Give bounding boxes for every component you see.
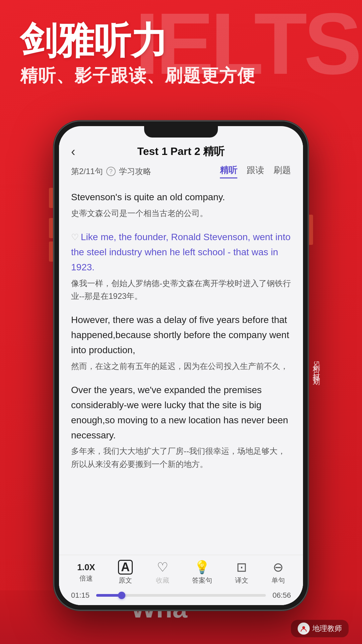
study-strategy-label[interactable]: 学习攻略 — [119, 166, 151, 177]
total-time: 06:56 — [273, 591, 291, 600]
help-icon[interactable]: ? — [106, 167, 116, 176]
geo-teacher-badge: 地理教师 — [291, 620, 349, 637]
nav-bar: ‹ Test 1 Part 2 精听 — [59, 138, 303, 162]
toolbar-speed[interactable]: 1.0X 倍速 — [77, 562, 95, 583]
content-area: Stevenson's is quite an old company. 史蒂文… — [59, 182, 303, 555]
sentence-2-cn: 像我一样，创始人罗纳德-史蒂文森在离开学校时进入了钢铁行业--那是在1923年。 — [71, 277, 291, 303]
sentence-2-en: ♡Like me, the founder, Ronald Stevenson,… — [71, 230, 291, 275]
heart-icon[interactable]: ♡ — [71, 230, 79, 245]
sentence-3-cn: 然而，在这之前有五年的延迟，因为在公司投入生产前不久， — [71, 360, 291, 373]
speed-icon: 1.0X — [77, 562, 95, 573]
tab-shuti[interactable]: 刷题 — [274, 164, 291, 178]
toolbar-answer[interactable]: 💡 答案句 — [192, 560, 212, 585]
phone-screen: ‹ Test 1 Part 2 精听 第2/11句 ? 学习攻略 精听 跟读 刷… — [59, 126, 303, 605]
translate-label: 译文 — [235, 576, 248, 585]
phone-notch — [144, 126, 218, 138]
right-side-text: 剑桥5日打卡计划 — [311, 358, 321, 373]
sub-nav-left: 第2/11句 ? 学习攻略 — [71, 166, 220, 177]
screen-content: ‹ Test 1 Part 2 精听 第2/11句 ? 学习攻略 精听 跟读 刷… — [59, 138, 303, 605]
toolbar-original[interactable]: A 原文 — [118, 560, 133, 585]
sentence-block-3: However, there was a delay of five years… — [71, 313, 291, 373]
tab-genddu[interactable]: 跟读 — [247, 164, 264, 178]
progress-area: 01:15 06:56 — [59, 588, 303, 605]
app-subtitle: 精听、影子跟读、刷题更方便 — [20, 64, 255, 88]
original-label: 原文 — [119, 576, 132, 585]
progress-track[interactable] — [96, 594, 266, 597]
toolbar-collect[interactable]: ♡ 收藏 — [156, 560, 169, 585]
sentence-count: 第2/11句 — [71, 166, 103, 177]
app-title: 剑雅听力 — [20, 20, 255, 61]
sub-nav: 第2/11句 ? 学习攻略 精听 跟读 刷题 — [59, 162, 303, 182]
collect-label: 收藏 — [156, 576, 169, 585]
sentence-block-4: Over the years, we've expanded the premi… — [71, 383, 291, 471]
original-icon: A — [118, 560, 133, 575]
answer-icon: 💡 — [194, 560, 210, 575]
nav-title: Test 1 Part 2 精听 — [137, 144, 225, 159]
collect-icon: ♡ — [157, 560, 168, 575]
sentence-4-cn: 多年来，我们大大地扩大了厂房--我们很幸运，场地足够大，所以从来没有必要搬到一个… — [71, 445, 291, 471]
progress-thumb[interactable] — [118, 592, 125, 599]
tab-jingting[interactable]: 精听 — [220, 164, 237, 178]
header-area: 剑雅听力 精听、影子跟读、刷题更方便 — [20, 20, 255, 88]
back-button[interactable]: ‹ — [71, 145, 75, 159]
sentence-4-en: Over the years, we've expanded the premi… — [71, 383, 291, 443]
geo-label: 地理教师 — [312, 624, 342, 634]
single-label: 单句 — [272, 576, 285, 585]
translate-icon: ⊡ — [236, 560, 247, 575]
answer-label: 答案句 — [192, 576, 212, 585]
single-icon: ⊖ — [273, 560, 284, 575]
bottom-toolbar: 1.0X 倍速 A 原文 ♡ 收藏 💡 答案句 — [59, 555, 303, 588]
phone-mockup: ‹ Test 1 Part 2 精听 第2/11句 ? 学习攻略 精听 跟读 刷… — [54, 121, 308, 610]
current-time: 01:15 — [71, 591, 89, 600]
sentence-1-cn: 史蒂文森公司是一个相当古老的公司。 — [71, 207, 291, 220]
toolbar-translate[interactable]: ⊡ 译文 — [235, 560, 248, 585]
speed-label: 倍速 — [79, 574, 93, 583]
sentence-1-en: Stevenson's is quite an old company. — [71, 190, 291, 205]
sentence-block-2: ♡Like me, the founder, Ronald Stevenson,… — [71, 230, 291, 303]
sentence-3-en: However, there was a delay of five years… — [71, 313, 291, 358]
geo-icon — [298, 623, 310, 635]
phone-frame: ‹ Test 1 Part 2 精听 第2/11句 ? 学习攻略 精听 跟读 刷… — [54, 121, 308, 610]
svg-point-0 — [302, 626, 305, 629]
sub-nav-tabs: 精听 跟读 刷题 — [220, 164, 291, 178]
toolbar-single[interactable]: ⊖ 单句 — [272, 560, 285, 585]
sentence-block-1: Stevenson's is quite an old company. 史蒂文… — [71, 190, 291, 220]
